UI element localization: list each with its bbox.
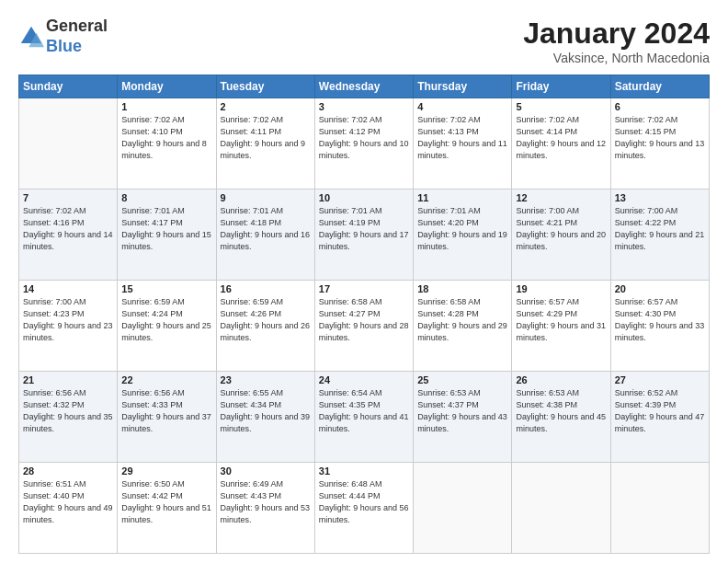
calendar-cell: 13Sunrise: 7:00 AMSunset: 4:22 PMDayligh… (610, 190, 709, 281)
calendar-cell: 14Sunrise: 7:00 AMSunset: 4:23 PMDayligh… (19, 281, 118, 372)
calendar: Sunday Monday Tuesday Wednesday Thursday… (18, 75, 710, 554)
day-info: Sunrise: 6:54 AMSunset: 4:35 PMDaylight:… (319, 387, 409, 435)
day-info: Sunrise: 6:49 AMSunset: 4:43 PMDaylight:… (221, 478, 311, 526)
day-info: Sunrise: 7:01 AMSunset: 4:20 PMDaylight:… (417, 205, 507, 253)
day-number: 20 (615, 283, 705, 294)
calendar-cell (19, 98, 118, 190)
day-info: Sunrise: 7:02 AMSunset: 4:13 PMDaylight:… (417, 114, 507, 162)
day-info: Sunrise: 7:01 AMSunset: 4:17 PMDaylight:… (121, 205, 211, 253)
day-number: 8 (121, 192, 211, 203)
day-info: Sunrise: 7:01 AMSunset: 4:19 PMDaylight:… (319, 205, 409, 253)
calendar-cell (610, 463, 709, 554)
calendar-cell: 4Sunrise: 7:02 AMSunset: 4:13 PMDaylight… (414, 98, 512, 190)
day-info: Sunrise: 6:52 AMSunset: 4:39 PMDaylight:… (615, 387, 705, 435)
header-sunday: Sunday (19, 75, 118, 98)
calendar-header: Sunday Monday Tuesday Wednesday Thursday… (19, 75, 710, 98)
calendar-cell: 26Sunrise: 6:53 AMSunset: 4:38 PMDayligh… (512, 372, 610, 463)
day-number: 26 (516, 374, 606, 385)
day-info: Sunrise: 7:02 AMSunset: 4:16 PMDaylight:… (23, 205, 113, 253)
calendar-cell: 21Sunrise: 6:56 AMSunset: 4:32 PMDayligh… (19, 372, 118, 463)
calendar-cell: 25Sunrise: 6:53 AMSunset: 4:37 PMDayligh… (414, 372, 512, 463)
logo-text: General Blue (46, 17, 108, 56)
calendar-cell: 10Sunrise: 7:01 AMSunset: 4:19 PMDayligh… (314, 190, 413, 281)
day-number: 14 (23, 283, 113, 294)
day-number: 29 (121, 465, 211, 477)
day-info: Sunrise: 7:02 AMSunset: 4:14 PMDaylight:… (516, 114, 606, 162)
day-number: 10 (319, 192, 409, 203)
day-number: 2 (221, 101, 311, 112)
calendar-cell: 1Sunrise: 7:02 AMSunset: 4:10 PMDaylight… (118, 98, 216, 190)
calendar-cell: 6Sunrise: 7:02 AMSunset: 4:15 PMDaylight… (610, 98, 709, 190)
calendar-week-4: 28Sunrise: 6:51 AMSunset: 4:40 PMDayligh… (19, 463, 710, 554)
day-info: Sunrise: 6:51 AMSunset: 4:40 PMDaylight:… (23, 478, 113, 526)
calendar-cell: 16Sunrise: 6:59 AMSunset: 4:26 PMDayligh… (216, 281, 314, 372)
day-info: Sunrise: 7:01 AMSunset: 4:18 PMDaylight:… (221, 205, 311, 253)
day-number: 16 (221, 283, 311, 294)
calendar-cell: 24Sunrise: 6:54 AMSunset: 4:35 PMDayligh… (314, 372, 413, 463)
day-number: 6 (615, 101, 705, 112)
calendar-cell: 3Sunrise: 7:02 AMSunset: 4:12 PMDaylight… (314, 98, 413, 190)
day-info: Sunrise: 6:53 AMSunset: 4:38 PMDaylight:… (516, 387, 606, 435)
day-number: 15 (121, 283, 211, 294)
day-number: 9 (221, 192, 311, 203)
day-info: Sunrise: 7:00 AMSunset: 4:21 PMDaylight:… (516, 205, 606, 253)
calendar-cell: 20Sunrise: 6:57 AMSunset: 4:30 PMDayligh… (610, 281, 709, 372)
calendar-cell: 19Sunrise: 6:57 AMSunset: 4:29 PMDayligh… (512, 281, 610, 372)
day-number: 21 (23, 374, 113, 385)
page-subtitle: Vaksince, North Macedonia (523, 51, 710, 65)
calendar-cell: 11Sunrise: 7:01 AMSunset: 4:20 PMDayligh… (414, 190, 512, 281)
header-friday: Friday (512, 75, 610, 98)
header-row: Sunday Monday Tuesday Wednesday Thursday… (19, 75, 710, 98)
calendar-cell: 23Sunrise: 6:55 AMSunset: 4:34 PMDayligh… (216, 372, 314, 463)
day-info: Sunrise: 6:48 AMSunset: 4:44 PMDaylight:… (319, 478, 409, 526)
day-info: Sunrise: 7:02 AMSunset: 4:15 PMDaylight:… (615, 114, 705, 162)
calendar-cell: 29Sunrise: 6:50 AMSunset: 4:42 PMDayligh… (118, 463, 216, 554)
calendar-cell: 22Sunrise: 6:56 AMSunset: 4:33 PMDayligh… (118, 372, 216, 463)
calendar-cell: 9Sunrise: 7:01 AMSunset: 4:18 PMDaylight… (216, 190, 314, 281)
day-number: 18 (417, 283, 507, 294)
calendar-cell: 30Sunrise: 6:49 AMSunset: 4:43 PMDayligh… (216, 463, 314, 554)
day-info: Sunrise: 6:53 AMSunset: 4:37 PMDaylight:… (417, 387, 507, 435)
day-info: Sunrise: 7:00 AMSunset: 4:22 PMDaylight:… (615, 205, 705, 253)
calendar-cell: 18Sunrise: 6:58 AMSunset: 4:28 PMDayligh… (414, 281, 512, 372)
calendar-cell: 17Sunrise: 6:58 AMSunset: 4:27 PMDayligh… (314, 281, 413, 372)
day-info: Sunrise: 6:57 AMSunset: 4:29 PMDaylight:… (516, 296, 606, 344)
day-info: Sunrise: 6:50 AMSunset: 4:42 PMDaylight:… (121, 478, 211, 526)
title-block: January 2024 Vaksince, North Macedonia (523, 17, 710, 65)
day-number: 13 (615, 192, 705, 203)
day-info: Sunrise: 6:59 AMSunset: 4:26 PMDaylight:… (221, 296, 311, 344)
day-info: Sunrise: 6:58 AMSunset: 4:27 PMDaylight:… (319, 296, 409, 344)
day-number: 24 (319, 374, 409, 385)
calendar-cell: 2Sunrise: 7:02 AMSunset: 4:11 PMDaylight… (216, 98, 314, 190)
header: General Blue January 2024 Vaksince, Nort… (18, 17, 710, 65)
day-info: Sunrise: 7:00 AMSunset: 4:23 PMDaylight:… (23, 296, 113, 344)
day-info: Sunrise: 6:55 AMSunset: 4:34 PMDaylight:… (221, 387, 311, 435)
calendar-week-1: 7Sunrise: 7:02 AMSunset: 4:16 PMDaylight… (19, 190, 710, 281)
day-number: 22 (121, 374, 211, 385)
calendar-week-3: 21Sunrise: 6:56 AMSunset: 4:32 PMDayligh… (19, 372, 710, 463)
day-number: 27 (615, 374, 705, 385)
day-number: 12 (516, 192, 606, 203)
calendar-cell: 12Sunrise: 7:00 AMSunset: 4:21 PMDayligh… (512, 190, 610, 281)
day-number: 17 (319, 283, 409, 294)
calendar-body: 1Sunrise: 7:02 AMSunset: 4:10 PMDaylight… (19, 98, 710, 554)
day-number: 31 (319, 465, 409, 477)
calendar-cell: 8Sunrise: 7:01 AMSunset: 4:17 PMDaylight… (118, 190, 216, 281)
day-info: Sunrise: 7:02 AMSunset: 4:11 PMDaylight:… (221, 114, 311, 162)
header-thursday: Thursday (414, 75, 512, 98)
calendar-cell (512, 463, 610, 554)
day-number: 23 (221, 374, 311, 385)
calendar-cell: 28Sunrise: 6:51 AMSunset: 4:40 PMDayligh… (19, 463, 118, 554)
page: General Blue January 2024 Vaksince, Nort… (0, 0, 728, 563)
logo-general-text: General (46, 17, 108, 35)
day-number: 19 (516, 283, 606, 294)
day-number: 3 (319, 101, 409, 112)
calendar-cell: 27Sunrise: 6:52 AMSunset: 4:39 PMDayligh… (610, 372, 709, 463)
calendar-week-2: 14Sunrise: 7:00 AMSunset: 4:23 PMDayligh… (19, 281, 710, 372)
calendar-cell: 15Sunrise: 6:59 AMSunset: 4:24 PMDayligh… (118, 281, 216, 372)
logo-blue-text: Blue (46, 37, 82, 55)
day-number: 1 (121, 101, 211, 112)
day-info: Sunrise: 6:58 AMSunset: 4:28 PMDaylight:… (417, 296, 507, 344)
header-monday: Monday (118, 75, 216, 98)
calendar-cell: 7Sunrise: 7:02 AMSunset: 4:16 PMDaylight… (19, 190, 118, 281)
